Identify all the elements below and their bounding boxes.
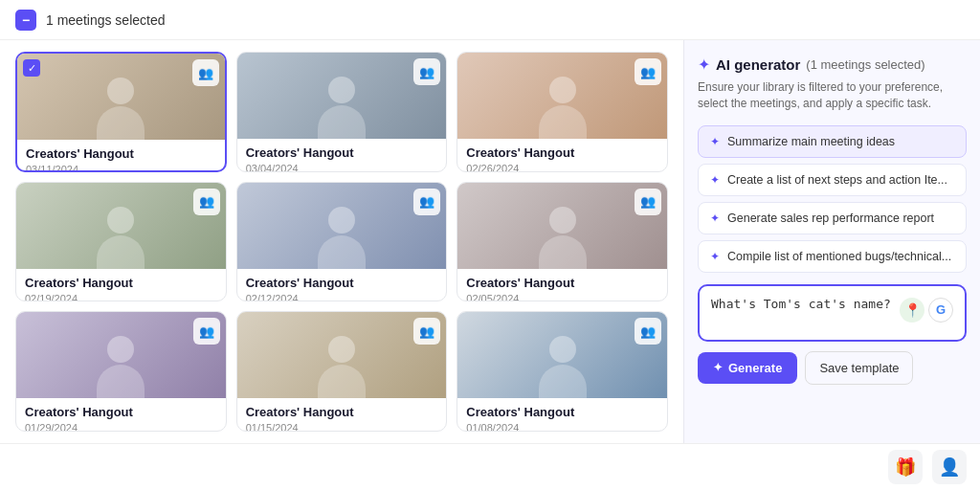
save-template-button[interactable]: Save template bbox=[805, 351, 913, 385]
card-date: 03/04/2024 bbox=[246, 163, 438, 172]
people-icon: 👥 bbox=[419, 194, 434, 209]
card-info: Creators' Hangout 03/11/2024 34 mins bbox=[17, 140, 225, 172]
person-silhouette bbox=[318, 336, 366, 398]
card-date: 03/11/2024 bbox=[26, 164, 216, 172]
ai-input-icons: 📍 G bbox=[900, 298, 953, 323]
card-title: Creators' Hangout bbox=[466, 405, 658, 419]
card-title: Creators' Hangout bbox=[466, 276, 658, 290]
ai-suggestion-item[interactable]: ✦Create a list of next steps and action … bbox=[698, 164, 967, 196]
card-thumbnail: ✓ 👥 bbox=[17, 54, 225, 140]
person-icon-button[interactable]: 👥 bbox=[413, 189, 440, 215]
ai-sparkle-icon: ✦ bbox=[698, 56, 710, 74]
people-icon: 👥 bbox=[419, 324, 434, 339]
person-icon-button[interactable]: 👥 bbox=[413, 58, 440, 85]
card-info: Creators' Hangout 01/29/2024 bbox=[16, 398, 226, 432]
card-info: Creators' Hangout 01/08/2024 bbox=[457, 398, 667, 432]
card-thumbnail: 👥 bbox=[237, 183, 447, 269]
card-title: Creators' Hangout bbox=[246, 405, 438, 419]
selected-checkbox[interactable]: ✓ bbox=[23, 59, 40, 77]
profile-icon-button[interactable]: 👤 bbox=[932, 450, 967, 484]
card-title: Creators' Hangout bbox=[25, 405, 217, 419]
person-silhouette bbox=[97, 78, 145, 140]
person-silhouette bbox=[97, 207, 145, 269]
people-icon: 👥 bbox=[640, 65, 656, 79]
ai-panel-title: AI generator bbox=[716, 56, 800, 73]
top-bar: − 1 meetings selected bbox=[0, 0, 980, 40]
deselect-button[interactable]: − bbox=[15, 10, 36, 31]
suggestion-text: Compile list of mentioned bugs/technical… bbox=[727, 250, 951, 263]
meeting-card[interactable]: 👥 Creators' Hangout 02/26/2024 44 mins bbox=[457, 52, 668, 172]
people-icon: 👥 bbox=[198, 66, 213, 80]
person-silhouette bbox=[539, 336, 587, 398]
people-icon: 👥 bbox=[640, 194, 656, 209]
ai-suggestion-item[interactable]: ✦Compile list of mentioned bugs/technica… bbox=[698, 240, 967, 273]
google-icon-button[interactable]: G bbox=[928, 298, 953, 323]
ai-actions: ✦ Generate Save template bbox=[698, 351, 967, 385]
meeting-card[interactable]: 👥 Creators' Hangout 03/04/2024 38 mins bbox=[236, 52, 448, 172]
meeting-card[interactable]: 👥 Creators' Hangout 02/05/2024 1h 6 bbox=[457, 182, 668, 302]
ai-description: Ensure your library is filtered to your … bbox=[698, 79, 967, 112]
generate-button[interactable]: ✦ Generate bbox=[698, 352, 797, 384]
minus-icon: − bbox=[22, 13, 30, 27]
card-title: Creators' Hangout bbox=[246, 276, 438, 290]
person-icon-button[interactable]: 👥 bbox=[635, 58, 661, 85]
suggestion-sparkle-icon: ✦ bbox=[710, 212, 720, 225]
card-date: 02/12/2024 bbox=[246, 293, 438, 302]
card-date: 01/08/2024 bbox=[466, 422, 658, 432]
person-silhouette bbox=[97, 336, 145, 398]
card-title: Creators' Hangout bbox=[25, 276, 217, 290]
suggestion-sparkle-icon: ✦ bbox=[710, 135, 720, 148]
card-date: 01/29/2024 bbox=[25, 422, 217, 432]
people-icon: 👥 bbox=[199, 194, 214, 209]
person-icon-button[interactable]: 👥 bbox=[635, 318, 661, 345]
ai-suggestion-item[interactable]: ✦Generate sales rep performance report bbox=[698, 202, 967, 234]
person-icon-button[interactable]: 👥 bbox=[635, 189, 661, 215]
selected-label: 1 meetings selected bbox=[46, 12, 166, 28]
card-thumbnail: 👥 bbox=[16, 183, 226, 269]
ai-textarea-wrapper: 📍 G bbox=[698, 284, 967, 342]
card-info: Creators' Hangout 01/15/2024 bbox=[237, 398, 447, 432]
people-icon: 👥 bbox=[419, 65, 434, 79]
meeting-card[interactable]: 👥 Creators' Hangout 02/12/2024 56 mins bbox=[236, 182, 448, 302]
card-date: 02/19/2024 bbox=[25, 293, 217, 302]
generate-sparkle-icon: ✦ bbox=[713, 361, 723, 374]
suggestion-text: Generate sales rep performance report bbox=[727, 212, 934, 225]
ai-input-area: 📍 G ✦ Generate Save template bbox=[698, 284, 967, 432]
meeting-card[interactable]: 👥 Creators' Hangout 02/19/2024 49 mins bbox=[15, 182, 227, 302]
person-icon-button[interactable]: 👥 bbox=[193, 189, 220, 215]
person-silhouette bbox=[318, 207, 366, 269]
ai-suggestion-item[interactable]: ✦Summarize main meeting ideas bbox=[698, 125, 967, 158]
card-thumbnail: 👥 bbox=[237, 53, 447, 139]
person-icon-button[interactable]: 👥 bbox=[193, 318, 220, 345]
card-title: Creators' Hangout bbox=[26, 146, 216, 161]
card-title: Creators' Hangout bbox=[466, 145, 658, 160]
person-icon-button[interactable]: 👥 bbox=[413, 318, 440, 345]
meeting-card[interactable]: 👥 Creators' Hangout 01/29/2024 bbox=[15, 311, 227, 432]
pin-icon-button[interactable]: 📍 bbox=[900, 298, 924, 323]
card-title: Creators' Hangout bbox=[246, 145, 438, 160]
card-thumbnail: 👥 bbox=[16, 312, 226, 398]
card-date: 02/05/2024 bbox=[466, 293, 658, 302]
ai-panel-count: (1 meetings selected) bbox=[806, 57, 924, 72]
meeting-card[interactable]: 👥 Creators' Hangout 01/08/2024 bbox=[457, 311, 668, 432]
person-silhouette bbox=[539, 207, 587, 269]
bottom-bar: 🎁 👤 bbox=[0, 443, 980, 490]
card-info: Creators' Hangout 02/12/2024 56 mins bbox=[237, 269, 447, 302]
meeting-card[interactable]: 👥 Creators' Hangout 01/15/2024 bbox=[236, 311, 448, 432]
main-content: ✓ 👥 Creators' Hangout 03/11/2024 34 mins… bbox=[0, 40, 980, 443]
meetings-grid: ✓ 👥 Creators' Hangout 03/11/2024 34 mins… bbox=[0, 40, 683, 443]
card-info: Creators' Hangout 02/19/2024 49 mins bbox=[16, 269, 226, 302]
card-thumbnail: 👥 bbox=[237, 312, 447, 398]
ai-panel: ✦ AI generator (1 meetings selected) Ens… bbox=[683, 40, 980, 443]
ai-prompt-input[interactable] bbox=[711, 296, 894, 330]
suggestion-sparkle-icon: ✦ bbox=[710, 250, 720, 263]
person-silhouette bbox=[318, 77, 366, 139]
person-icon-button[interactable]: 👥 bbox=[192, 59, 219, 86]
gift-icon-button[interactable]: 🎁 bbox=[888, 450, 923, 484]
people-icon: 👥 bbox=[199, 324, 214, 339]
card-thumbnail: 👥 bbox=[457, 53, 667, 139]
suggestion-text: Create a list of next steps and action I… bbox=[727, 173, 947, 187]
meeting-card[interactable]: ✓ 👥 Creators' Hangout 03/11/2024 34 mins bbox=[15, 52, 227, 172]
suggestion-text: Summarize main meeting ideas bbox=[727, 135, 895, 148]
check-icon: ✓ bbox=[28, 62, 36, 75]
